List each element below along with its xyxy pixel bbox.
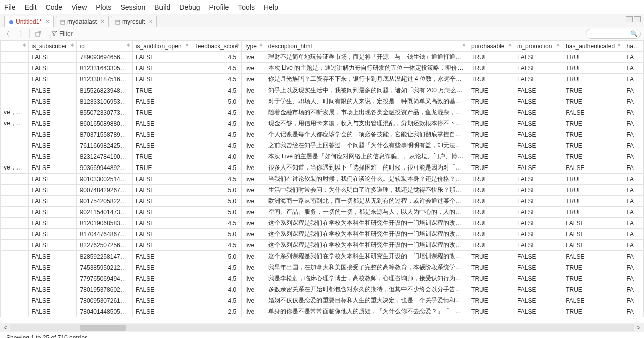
cell-in-promotion: FALSE [514, 118, 562, 129]
col-id[interactable]: id◆ [76, 41, 132, 52]
sort-icon[interactable]: ◆ [236, 43, 239, 47]
col-is-subscriber[interactable]: is_subscriber◆ [28, 41, 76, 52]
menu-build[interactable]: Build [154, 3, 170, 11]
cell-is-subscriber: FALSE [28, 240, 76, 251]
sort-icon[interactable]: ◆ [23, 43, 26, 47]
table-row[interactable]: ve，可…FALSE860165089880330240FALSE4.5live… [1, 118, 644, 129]
table-row[interactable]: FALSE779765069494878208FALSE4.5live我是李松蔚… [1, 273, 644, 284]
menu-profile[interactable]: Profile [209, 3, 229, 11]
menu-plots[interactable]: Plots [96, 3, 111, 11]
cell-id: 761166982425878528 [76, 140, 132, 151]
cell-has-fe: FA [623, 63, 644, 74]
cell-purchasable: TRUE [468, 96, 514, 107]
cell-rowhead [1, 196, 29, 207]
menu-tools[interactable]: Tools [238, 3, 255, 11]
table-row[interactable]: FALSE902115401473851392FALSE5.0live空间、产品… [1, 207, 644, 218]
menu-file[interactable]: File [4, 3, 16, 11]
cell-is-subscriber: FALSE [28, 207, 76, 218]
table-row[interactable]: FALSE828592258147307520FALSE5.0live这个系列课… [1, 251, 644, 262]
back-button[interactable]: ⟨ [3, 29, 12, 38]
cell-purchasable: TRUE [468, 251, 514, 262]
sort-icon[interactable]: ◆ [185, 43, 189, 47]
close-icon[interactable]: × [46, 18, 49, 25]
cell-type: live [242, 52, 265, 63]
popout-icon[interactable] [34, 29, 43, 38]
col-in-promotion[interactable]: in_promotion◆ [514, 41, 562, 52]
col-feedback-score[interactable]: feedback_score◆ [191, 41, 242, 52]
sort-icon[interactable]: ◆ [508, 43, 512, 47]
table-row[interactable]: FALSE901754205822414848FALSE5.0live欧洲海商一… [1, 196, 644, 207]
close-icon[interactable]: × [101, 18, 104, 25]
scroll-track[interactable] [10, 324, 634, 331]
table-row[interactable]: FALSE812330187516698624FALSE4.5live你是月光族… [1, 74, 644, 85]
table-row[interactable]: ve，可…FALSE855072330773331968TRUE4.5live随… [1, 107, 644, 118]
table-row[interactable]: FALSE761166982425878528FALSE4.5live之前我曾经… [1, 140, 644, 151]
table-row[interactable]: FALSE780401448505775488FALSE2.5live单身的你是… [1, 306, 644, 317]
cell-purchasable: TRUE [468, 129, 514, 140]
tab-mydatalast[interactable]: mydatalast × [56, 16, 109, 27]
table-row[interactable]: FALSE870371558789615616FALSE4.5live个人记账是… [1, 129, 644, 140]
col-description-html[interactable]: description_html◆ [265, 41, 468, 52]
scroll-left-icon[interactable]: < [1, 324, 9, 331]
forward-button[interactable]: ⟩ [16, 29, 25, 38]
table-row[interactable]: FALSE812333106953596928FALSE5.0live对于学生、… [1, 96, 644, 107]
sort-icon[interactable]: ◆ [71, 43, 74, 47]
table-icon [115, 19, 120, 24]
scroll-right-icon[interactable]: > [635, 324, 643, 331]
horizontal-scrollbar[interactable]: < > [0, 323, 644, 332]
col-purchasable[interactable]: purchasable◆ [468, 41, 514, 52]
search-box: 🔍 [586, 29, 641, 39]
sort-icon[interactable]: ◆ [556, 43, 560, 47]
maximize-pane-icon[interactable] [634, 16, 641, 22]
col-type[interactable]: type◆ [242, 41, 265, 52]
table-row[interactable]: FALSE780095307261181952FALSE4.5live婚姻不仅仅… [1, 295, 644, 306]
table-row[interactable]: FALSE815526823948607488TRUE4.5live知乎上以及现… [1, 85, 644, 96]
col-is-audition-open[interactable]: is_audition_open◆ [132, 41, 191, 52]
minimize-pane-icon[interactable] [626, 16, 633, 22]
tab-untitled1[interactable]: Untitled1* × [4, 16, 54, 27]
menu-session[interactable]: Session [120, 3, 145, 11]
table-row[interactable]: ve，可…FALSE903669944892395520TRUE4.5live很… [1, 162, 644, 174]
sort-icon[interactable]: ◆ [462, 43, 466, 47]
col-has-fe[interactable]: has_fe [623, 41, 644, 52]
table-row[interactable]: FALSE812019068583440384FALSE4.5live这个系列课… [1, 218, 644, 229]
cell-is-audition-open: FALSE [132, 251, 191, 262]
table-row[interactable]: FALSE817044764867325952FALSE5.0live这个系列课… [1, 229, 644, 240]
sort-icon[interactable]: ◆ [617, 43, 621, 47]
table-row[interactable]: FALSE900748429267968000FALSE5.0live生活中我们… [1, 185, 644, 196]
menu-debug[interactable]: Debug [179, 3, 200, 11]
col-rowhead[interactable]: ◆ [1, 41, 29, 52]
cell-has-authenticated: TRUE [562, 273, 623, 284]
cell-id: 812019068583440384 [76, 218, 132, 229]
table-row[interactable]: FALSE822762507256074240FALSE4.5live这个系列课… [1, 240, 644, 251]
filter-button[interactable]: Filter [51, 30, 73, 37]
menu-help[interactable]: Help [264, 3, 278, 11]
sort-icon[interactable]: ◆ [127, 43, 130, 47]
cell-description: 个人记账是每个人都应该学会的一项必备技能，它能让我们彻底掌控自己的经济状况… [265, 129, 468, 140]
cell-has-fe: FA [623, 218, 644, 229]
sort-icon[interactable]: ◆ [259, 43, 263, 47]
cell-in-promotion: FALSE [514, 63, 562, 74]
cell-has-authenticated: FALSE [562, 295, 623, 306]
table-row[interactable]: FALSE823124784190730240TRUE4.0live本次 Liv… [1, 151, 644, 162]
table-row[interactable]: FALSE901033002514120704FALSE4.5live当我们在讨… [1, 174, 644, 185]
cell-in-promotion: FALSE [514, 196, 562, 207]
cell-in-promotion: FALSE [514, 174, 562, 185]
table-row[interactable]: FALSE789093694656503808FALSE4.5live理财不是简… [1, 52, 644, 63]
table-row[interactable]: FALSE745385950212816896FALSE4.5live我早年出国… [1, 262, 644, 273]
cell-is-subscriber: FALSE [28, 151, 76, 162]
menu-code[interactable]: Code [46, 3, 62, 11]
table-row[interactable]: FALSE780195378602446848FALSE4.0live多数亲密关… [1, 284, 644, 295]
tab-myresult[interactable]: myresult × [111, 16, 157, 27]
cell-rowhead [1, 185, 29, 196]
table-row[interactable]: FALSE812331643305086976FALSE4.5live本次 Li… [1, 63, 644, 74]
menu-edit[interactable]: Edit [25, 3, 37, 11]
col-has-authenticated[interactable]: has_authenticated◆ [562, 41, 623, 52]
menu-view[interactable]: View [71, 3, 87, 11]
cell-purchasable: TRUE [468, 85, 514, 96]
cell-type: live [242, 229, 265, 240]
cell-feedback-score: 5.0 [191, 229, 242, 240]
scroll-thumb[interactable] [80, 325, 126, 331]
close-icon[interactable]: × [149, 18, 152, 25]
cell-is-subscriber: FALSE [28, 52, 76, 63]
